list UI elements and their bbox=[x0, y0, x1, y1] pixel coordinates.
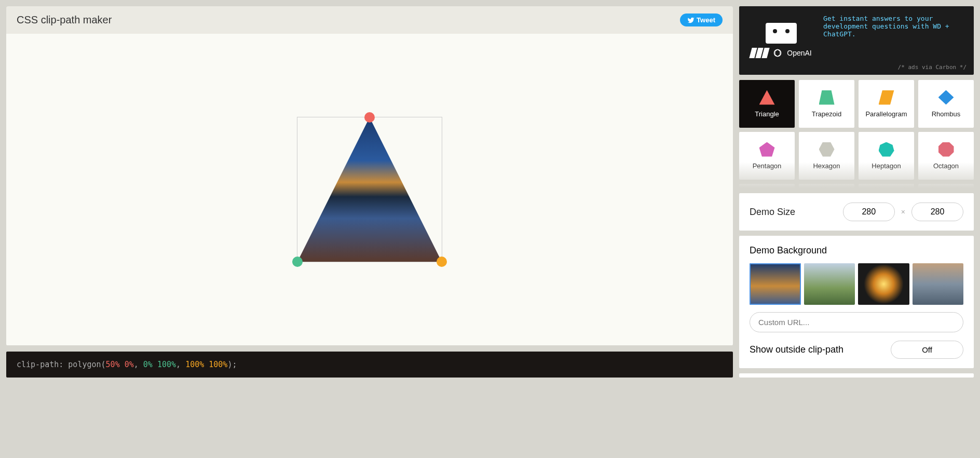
page-title: CSS clip-path maker bbox=[17, 14, 112, 26]
ad-text: Get instant answers to your development … bbox=[823, 15, 965, 66]
code-point-3: 100% 100% bbox=[185, 360, 227, 369]
bg-thumbs bbox=[750, 263, 963, 305]
code-fn: polygon( bbox=[68, 360, 105, 369]
rhombus-icon bbox=[938, 90, 954, 105]
code-suffix: ); bbox=[227, 360, 237, 369]
shape-bevel[interactable]: Bevel bbox=[859, 184, 914, 188]
heptagon-icon bbox=[879, 142, 894, 157]
clip-handle-2[interactable] bbox=[292, 257, 303, 267]
shape-label: Pentagon bbox=[753, 162, 782, 170]
shape-pentagon[interactable]: Pentagon bbox=[739, 132, 795, 180]
robot-icon bbox=[766, 23, 797, 44]
code-output[interactable]: clip-path: polygon(50% 0%, 0% 100%, 100%… bbox=[6, 352, 733, 378]
shape-label: Octagon bbox=[933, 162, 959, 170]
tweet-label: Tweet bbox=[697, 16, 715, 24]
twitter-icon bbox=[687, 17, 695, 24]
ad-logo: OpenAI bbox=[747, 15, 815, 66]
clip-handle-1[interactable] bbox=[364, 112, 375, 123]
pentagon-icon bbox=[759, 142, 775, 157]
shape-nonagon[interactable]: Nonagon bbox=[739, 184, 795, 188]
octagon-icon bbox=[938, 142, 954, 157]
shape-grid: TriangleTrapezoidParallelogramRhombusPen… bbox=[739, 80, 974, 188]
tweet-button[interactable]: Tweet bbox=[680, 14, 723, 26]
shape-rhombus[interactable]: Rhombus bbox=[918, 80, 974, 128]
shape-label: Trapezoid bbox=[812, 110, 841, 118]
shape-label: Rhombus bbox=[932, 110, 961, 118]
shape-hexagon[interactable]: Hexagon bbox=[799, 132, 854, 180]
outside-clip-label: Show outside clip-path bbox=[750, 344, 882, 355]
demo-clip-box[interactable] bbox=[297, 117, 442, 262]
shape-parallelogram[interactable]: Parallelogram bbox=[859, 80, 914, 128]
canvas-area[interactable] bbox=[6, 34, 733, 345]
shape-label: Hexagon bbox=[813, 162, 840, 170]
demo-size-panel: Demo Size × bbox=[739, 193, 974, 231]
code-prefix: clip-path: bbox=[17, 360, 68, 369]
clip-handle-3[interactable] bbox=[437, 257, 447, 267]
demo-height-input[interactable] bbox=[911, 203, 963, 221]
ad-brand: OpenAI bbox=[787, 49, 811, 57]
ad-box[interactable]: OpenAI Get instant answers to your devel… bbox=[739, 6, 974, 75]
wd-logo-icon bbox=[751, 48, 768, 58]
shape-decagon[interactable]: Decagon bbox=[799, 184, 854, 188]
hexagon-icon bbox=[819, 142, 835, 157]
bg-thumb-1[interactable] bbox=[750, 263, 801, 305]
shape-trapezoid[interactable]: Trapezoid bbox=[799, 80, 854, 128]
bg-thumb-3[interactable] bbox=[858, 263, 909, 305]
demo-image bbox=[297, 117, 442, 262]
outside-clip-toggle[interactable]: Off bbox=[891, 341, 963, 359]
bg-thumb-2[interactable] bbox=[804, 263, 855, 305]
demo-background-panel: Demo Background Show outside clip-path O… bbox=[739, 236, 974, 368]
parallelogram-icon bbox=[879, 90, 894, 105]
shape-triangle[interactable]: Triangle bbox=[739, 80, 795, 128]
triangle-icon bbox=[759, 90, 775, 105]
trapezoid-icon bbox=[819, 90, 835, 105]
code-point-1: 50% 0% bbox=[106, 360, 134, 369]
shape-rabbet[interactable]: Rabbet bbox=[918, 184, 974, 188]
shape-octagon[interactable]: Octagon bbox=[918, 132, 974, 180]
header-bar: CSS clip-path maker Tweet bbox=[6, 6, 733, 34]
ad-via: /* ads via Carbon */ bbox=[898, 64, 967, 71]
shape-heptagon[interactable]: Heptagon bbox=[859, 132, 914, 180]
openai-logo-icon bbox=[772, 48, 783, 58]
next-panel-peek bbox=[739, 373, 974, 378]
demo-width-input[interactable] bbox=[843, 203, 895, 221]
custom-url-input[interactable] bbox=[750, 312, 963, 332]
shape-label: Triangle bbox=[755, 110, 779, 118]
shape-label: Heptagon bbox=[872, 162, 901, 170]
demo-bg-title: Demo Background bbox=[750, 245, 963, 256]
bg-thumb-4[interactable] bbox=[913, 263, 964, 305]
code-point-2: 0% 100% bbox=[143, 360, 176, 369]
demo-size-label: Demo Size bbox=[750, 207, 837, 218]
size-sep: × bbox=[901, 208, 905, 216]
shape-label: Parallelogram bbox=[865, 110, 907, 118]
